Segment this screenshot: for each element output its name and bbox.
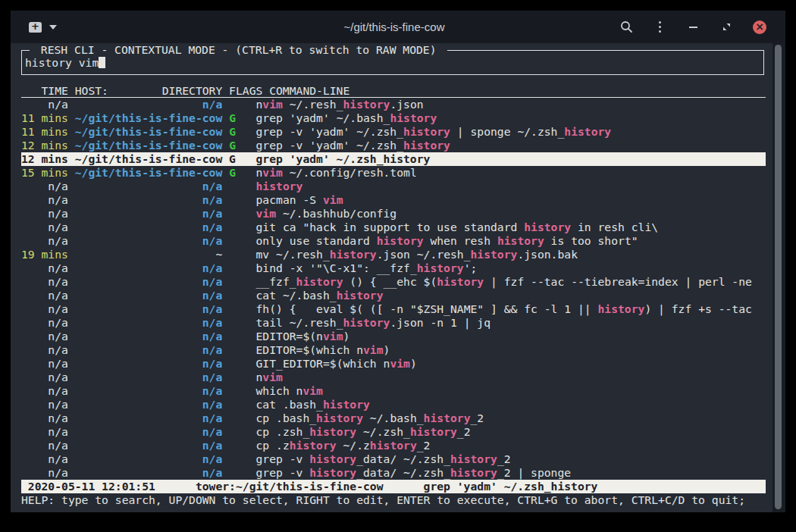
- row-command-match: vim: [323, 193, 343, 206]
- row-command-text: pacman -S: [256, 193, 323, 206]
- row-command-text: grep -v: [256, 452, 310, 465]
- history-row: 12 mins ~/git/this-is-fine-cow G grep -v…: [21, 139, 766, 152]
- row-directory: n/a: [75, 261, 229, 274]
- row-command-match: history: [410, 425, 457, 438]
- row-directory: n/a: [75, 180, 229, 192]
- tab-dropdown-button[interactable]: [49, 25, 57, 30]
- history-row: n/a n/a nvim ~/.resh_history.json: [21, 98, 766, 111]
- row-command-match: history: [450, 466, 497, 479]
- row-command-match: vim: [363, 343, 384, 356]
- row-time: 11 mins: [21, 111, 75, 124]
- row-command-text: mv ~/.resh_: [256, 248, 330, 261]
- row-command-match: history: [343, 316, 390, 329]
- row-time: n/a: [21, 275, 75, 288]
- row-time: n/a: [21, 398, 75, 411]
- history-row: n/a n/a grep -v history_data/ ~/.zsh_his…: [21, 466, 766, 480]
- row-time: n/a: [21, 98, 75, 111]
- row-flags: [229, 248, 255, 261]
- row-directory: n/a: [75, 357, 229, 370]
- row-flags: [229, 221, 255, 233]
- row-command-match: history: [497, 234, 544, 247]
- row-directory: n/a: [75, 439, 229, 452]
- row-command-match: history: [598, 302, 645, 315]
- history-row: n/a n/a fh() { eval $( ([ -n "$ZSH_NAME"…: [21, 302, 766, 316]
- row-directory: ~/git/this-is-fine-cow: [75, 111, 229, 124]
- row-time: 19 mins: [21, 248, 75, 261]
- row-command-text: ): [343, 330, 349, 343]
- row-command-text: .json -n 1 | jq: [390, 316, 490, 329]
- row-command-text: only use standard: [256, 234, 377, 247]
- history-row: n/a n/a cp .bash_history ~/.bash_history…: [21, 412, 766, 425]
- search-button[interactable]: [619, 20, 634, 35]
- history-row: n/a n/a EDITOR=$(which nvim): [21, 343, 766, 357]
- row-time: n/a: [21, 357, 75, 370]
- row-command-text: EDITOR=$(n: [256, 330, 323, 343]
- row-command-text: grep -v: [256, 466, 310, 479]
- row-command-match: vim: [262, 98, 283, 111]
- row-command-text: grep -v 'yadm' ~/.zsh_: [256, 125, 404, 138]
- row-directory: ~/git/this-is-fine-cow: [75, 166, 229, 179]
- history-row: n/a n/a cat .bash_history: [21, 398, 766, 412]
- row-command-text: cp .zsh_: [256, 425, 310, 438]
- row-command-text: _2: [497, 452, 511, 465]
- restore-button[interactable]: [719, 20, 734, 35]
- row-directory: n/a: [75, 466, 229, 479]
- row-command-text: cat ~/.bash_: [256, 289, 337, 302]
- row-time: n/a: [21, 343, 75, 356]
- row-command-text: _data/ ~/.zsh_: [356, 466, 450, 479]
- row-command-text: in resh cli\: [571, 221, 658, 233]
- desktop-background: ~/git/this-is-fine-cow: [0, 0, 796, 532]
- row-time: n/a: [21, 207, 75, 220]
- history-row: n/a n/a cp .zsh_history ~/.zsh_history_2: [21, 425, 766, 439]
- row-flags: [229, 234, 255, 247]
- history-row-selected: 12 mins ~/git/this-is-fine-cow G grep 'y…: [21, 152, 766, 166]
- history-row: n/a n/a vim ~/.bashhub/config: [21, 207, 766, 221]
- row-time: n/a: [21, 261, 75, 274]
- minimize-button[interactable]: [685, 20, 700, 35]
- history-row: n/a n/a nvim: [21, 371, 766, 384]
- row-command-text: _data/ ~/.zsh_: [356, 452, 450, 465]
- row-command-text: __fzf_: [256, 275, 296, 288]
- row-command-text: cp .z: [256, 439, 290, 452]
- history-row: n/a n/a git ca "hack in support to use s…: [21, 221, 766, 234]
- row-time: n/a: [21, 316, 75, 329]
- row-time: n/a: [21, 439, 75, 452]
- row-command-text: _2: [417, 439, 431, 452]
- search-input[interactable]: history vim: [25, 51, 760, 74]
- row-directory: ~: [75, 248, 229, 261]
- history-row: n/a n/a EDITOR=$(nvim): [21, 330, 766, 343]
- row-command-text: ~/.config/resh.toml: [283, 166, 417, 179]
- help-line: HELP: type to search, UP/DOWN to select,…: [21, 493, 779, 507]
- row-command-text: cp .bash_: [256, 412, 317, 424]
- row-directory: n/a: [75, 316, 229, 329]
- row-command-text: ~/.z: [337, 439, 370, 452]
- row-flags: [229, 439, 255, 452]
- row-command-text: .json: [390, 98, 423, 111]
- row-command-match: vim: [262, 166, 283, 179]
- table-header: TIME HOST: DIRECTORY FLAGS COMMAND-LINE: [21, 85, 766, 98]
- row-command-text: ): [410, 357, 417, 370]
- row-command-text: EDITOR=$(which n: [256, 343, 363, 356]
- scrollbar-thumb[interactable]: [775, 45, 782, 509]
- row-command-text: git ca "hack in support to use standard: [256, 221, 525, 233]
- terminal-screen[interactable]: RESH CLI - CONTEXTUAL MODE - (CTRL+R to …: [11, 43, 785, 512]
- row-command-text: .json.bak: [517, 248, 578, 261]
- row-time: 12 mins: [21, 139, 75, 152]
- row-flags: [229, 302, 255, 315]
- new-tab-button[interactable]: [29, 22, 42, 33]
- history-row: n/a n/a history: [21, 180, 766, 193]
- row-command-match: history: [337, 289, 384, 302]
- close-button[interactable]: [752, 20, 767, 35]
- row-flags: [229, 98, 255, 111]
- history-row: 11 mins ~/git/this-is-fine-cow G grep -v…: [21, 125, 766, 139]
- menu-button[interactable]: [652, 20, 667, 35]
- row-command-text: grep 'yadm' ~/.bash_: [256, 111, 390, 124]
- row-time: n/a: [21, 234, 75, 247]
- row-command-match: history: [323, 398, 370, 411]
- row-command-match: history: [343, 98, 390, 111]
- row-command-match: history: [403, 125, 450, 138]
- row-command-text: _2: [457, 425, 471, 438]
- scrollbar-track[interactable]: [772, 43, 785, 512]
- row-command-text: bind -x '"\C-x1": __fzf_: [256, 261, 417, 274]
- row-directory: n/a: [75, 343, 229, 356]
